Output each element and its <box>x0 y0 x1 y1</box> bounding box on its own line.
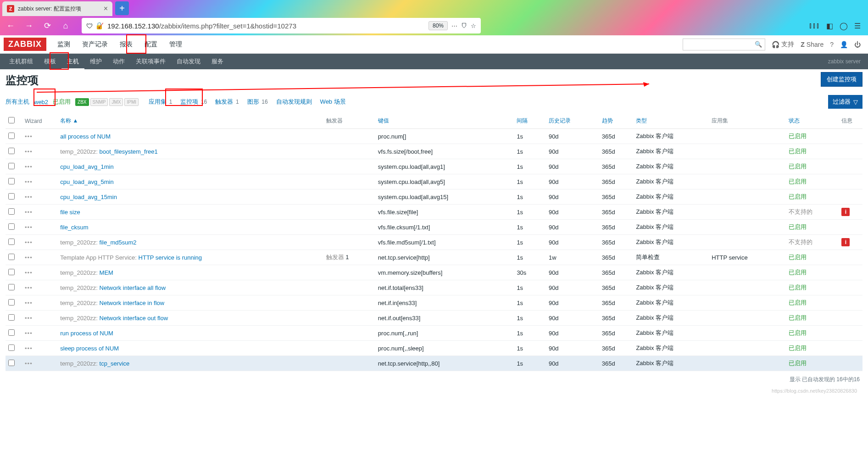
all-hosts-link[interactable]: 所有主机 <box>6 98 29 106</box>
row-checkbox[interactable] <box>8 223 15 230</box>
close-icon[interactable]: × <box>104 5 108 13</box>
info-icon[interactable]: i <box>841 208 850 216</box>
row-checkbox[interactable] <box>8 329 15 336</box>
forward-button[interactable]: → <box>22 19 36 33</box>
status-link[interactable]: 不支持的 <box>789 208 812 215</box>
subnav-hostgroups[interactable]: 主机群组 <box>4 54 39 69</box>
insecure-icon[interactable]: 🔒̸ <box>95 22 104 30</box>
reload-button[interactable]: ⟳ <box>40 19 54 33</box>
item-link[interactable]: MEM <box>100 269 113 276</box>
wizard-menu[interactable]: ••• <box>25 209 33 216</box>
item-link[interactable]: boot_filesystem_free1 <box>100 148 158 155</box>
row-checkbox[interactable] <box>8 133 15 139</box>
col-interval[interactable]: 间隔 <box>517 117 528 124</box>
col-status[interactable]: 状态 <box>789 117 800 124</box>
item-link[interactable]: all process of NUM <box>60 133 111 140</box>
subnav-templates[interactable]: 模板 <box>39 54 61 69</box>
menu-icon[interactable]: ☰ <box>854 22 861 30</box>
filter-button[interactable]: 过滤器 ▽ <box>828 95 862 109</box>
subnav-correlation[interactable]: 关联项事件 <box>130 54 171 69</box>
status-link[interactable]: 已启用 <box>789 223 807 230</box>
sidebar-icon[interactable]: ◧ <box>826 22 833 30</box>
wizard-menu[interactable]: ••• <box>25 148 33 155</box>
row-checkbox[interactable] <box>8 284 15 290</box>
item-link[interactable]: tcp_service <box>100 360 130 367</box>
user-icon[interactable]: 👤 <box>840 41 848 48</box>
wizard-menu[interactable]: ••• <box>25 300 33 306</box>
row-checkbox[interactable] <box>8 148 15 154</box>
item-link[interactable]: Network interface out flow <box>100 315 168 322</box>
status-link[interactable]: 不支持的 <box>789 239 812 245</box>
status-link[interactable]: 已启用 <box>789 329 807 336</box>
nav-administration[interactable]: 管理 <box>164 36 188 53</box>
row-checkbox[interactable] <box>8 344 15 351</box>
browser-tab[interactable]: Z zabbix server: 配置监控项 × <box>2 1 112 16</box>
col-type[interactable]: 类型 <box>636 117 647 124</box>
power-icon[interactable]: ⏻ <box>854 41 861 48</box>
tab-web[interactable]: Web 场景 <box>320 98 346 106</box>
subnav-maintenance[interactable]: 维护 <box>84 54 107 69</box>
wizard-menu[interactable]: ••• <box>25 178 33 185</box>
row-checkbox[interactable] <box>8 299 15 306</box>
search-input[interactable]: 🔍 <box>683 39 765 50</box>
status-link[interactable]: 已启用 <box>789 148 807 155</box>
nav-monitoring[interactable]: 监测 <box>52 36 76 53</box>
row-checkbox[interactable] <box>8 163 15 169</box>
url-bar[interactable]: 🛡 🔒̸ 192.168.152.130/zabbix/items.php?fi… <box>82 18 481 33</box>
row-checkbox[interactable] <box>8 269 15 275</box>
row-checkbox[interactable] <box>8 314 15 321</box>
tab-graphs[interactable]: 图形 16 <box>247 98 268 106</box>
wizard-menu[interactable]: ••• <box>25 133 33 140</box>
new-tab-button[interactable]: + <box>115 1 129 15</box>
wizard-menu[interactable]: ••• <box>25 330 33 337</box>
more-icon[interactable]: ⋯ <box>451 22 457 29</box>
shield-icon[interactable]: 🛡 <box>86 22 93 30</box>
status-link[interactable]: 已启用 <box>789 163 807 170</box>
item-link[interactable]: file_cksum <box>60 224 88 231</box>
item-link[interactable]: Network interface all flow <box>100 284 166 291</box>
status-link[interactable]: 已启用 <box>789 344 807 351</box>
account-icon[interactable]: ◯ <box>840 22 848 30</box>
wizard-menu[interactable]: ••• <box>25 345 33 352</box>
zabbix-logo[interactable]: ZABBIX <box>4 38 46 51</box>
col-key[interactable]: 键值 <box>378 117 389 124</box>
row-checkbox[interactable] <box>8 208 15 215</box>
item-link[interactable]: cpu_load_avg_5min <box>60 178 113 185</box>
host-link[interactable]: web2 <box>34 99 48 106</box>
nav-inventory[interactable]: 资产记录 <box>77 36 113 53</box>
item-link[interactable]: file_md5sum2 <box>100 239 137 246</box>
zoom-badge[interactable]: 80% <box>428 21 448 30</box>
status-link[interactable]: 已启用 <box>789 178 807 185</box>
tab-items[interactable]: 监控项 16 <box>180 98 207 106</box>
subnav-services[interactable]: 服务 <box>206 54 229 69</box>
status-link[interactable]: 已启用 <box>789 284 807 291</box>
col-trends[interactable]: 趋势 <box>602 117 613 124</box>
home-button[interactable]: ⌂ <box>59 19 72 33</box>
tab-triggers[interactable]: 触发器 1 <box>215 98 239 106</box>
create-item-button[interactable]: 创建监控项 <box>821 72 862 87</box>
subnav-hosts[interactable]: 主机 <box>61 54 84 70</box>
wizard-menu[interactable]: ••• <box>25 163 33 170</box>
help-icon[interactable]: ? <box>830 41 834 48</box>
back-button[interactable]: ← <box>4 19 17 33</box>
row-checkbox[interactable] <box>8 254 15 260</box>
wizard-menu[interactable]: ••• <box>25 224 33 231</box>
bookmark-icon[interactable]: ☆ <box>471 22 476 29</box>
share-link[interactable]: Z Share <box>801 41 823 48</box>
wizard-menu[interactable]: ••• <box>25 269 33 276</box>
tab-applications[interactable]: 应用集 1 <box>149 98 172 106</box>
status-link[interactable]: 已启用 <box>789 314 807 321</box>
item-link[interactable]: HTTP service is running <box>139 254 202 261</box>
item-link[interactable]: Network interface in flow <box>100 300 165 306</box>
info-icon[interactable]: i <box>841 238 850 246</box>
row-checkbox[interactable] <box>8 239 15 245</box>
row-checkbox[interactable] <box>8 193 15 200</box>
item-link[interactable]: cpu_load_avg_1min <box>60 163 113 170</box>
item-link[interactable]: sleep process of NUM <box>60 345 119 352</box>
pocket-icon[interactable]: ⛉ <box>461 22 467 29</box>
wizard-menu[interactable]: ••• <box>25 254 33 261</box>
status-link[interactable]: 已启用 <box>789 299 807 306</box>
nav-configuration[interactable]: 配置 <box>139 36 163 53</box>
subnav-discovery[interactable]: 自动发现 <box>171 54 206 69</box>
status-link[interactable]: 已启用 <box>789 193 807 200</box>
